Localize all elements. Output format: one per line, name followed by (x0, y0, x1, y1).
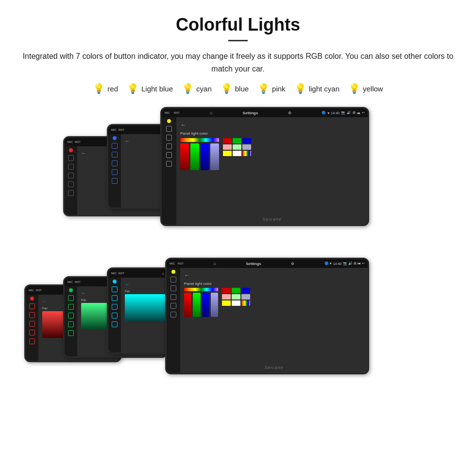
sidebar-bot-4 (167, 268, 180, 373)
sidebar-2 (108, 134, 121, 208)
yellow-bulb-icon: 💡 (348, 84, 360, 93)
watermark-bottom: Seicane (264, 365, 284, 370)
watermark-top: Seicane (262, 217, 282, 222)
device-group-bottom: MICRST ⌂ Settings (24, 258, 452, 384)
sidebar-bot-3 (108, 278, 121, 352)
page-wrapper: Colorful Lights Integrated with 7 colors… (0, 0, 476, 399)
color-label-light-blue: Light blue (141, 85, 173, 93)
cyan-bulb-icon: 💡 (182, 84, 194, 93)
status-bar-3: MICRST ⌂ Settings ⚙ 🔵 ♥ 14:40 📷 🔊 ⊠ ⏮ (162, 108, 368, 117)
devices-section: MICRST ⌂ Set (19, 107, 457, 384)
page-description: Integrated with 7 colors of button indic… (19, 50, 457, 75)
light-blue-bulb-icon: 💡 (127, 84, 139, 93)
sidebar-bot-1 (26, 295, 38, 361)
color-item-red: 💡 red (93, 84, 118, 93)
sidebar-bot-2 (65, 286, 77, 356)
title-divider (228, 40, 248, 41)
back-arrow-bot-1: ← (42, 299, 47, 304)
color-item-yellow: 💡 yellow (348, 84, 383, 93)
main-content-bot-4: ← Panel light color (180, 268, 368, 373)
color-item-pink: 💡 pink (257, 84, 286, 93)
device-group-top: MICRST ⌂ Set (63, 107, 413, 248)
back-arrow-bot-2: ← (81, 290, 86, 296)
pink-bulb-icon: 💡 (257, 84, 270, 93)
back-arrow-1: ← (81, 150, 86, 156)
color-label-blue: blue (235, 85, 249, 93)
color-item-cyan: 💡 cyan (182, 84, 212, 93)
back-arrow-bot-3: ← (125, 282, 130, 287)
color-label-light-cyan: light cyan (309, 85, 340, 93)
status-bar-bot-4: MICRST ⌂ Settings ⚙ 🔵 ♥ 14:40 📷 🔊 ⊠ ⏮ ↩ (167, 259, 368, 268)
page-title: Colorful Lights (19, 15, 457, 35)
time-label-3: 14:40 (331, 111, 340, 115)
red-bulb-icon: 💡 (93, 84, 105, 93)
light-cyan-bulb-icon: 💡 (294, 84, 306, 93)
blue-bulb-icon: 💡 (221, 84, 233, 93)
device-bot-4: MICRST ⌂ Settings ⚙ 🔵 ♥ 14:40 📷 🔊 ⊠ ⏮ ↩ (165, 258, 369, 374)
sidebar-3 (162, 117, 176, 225)
color-list: 💡 red 💡 Light blue 💡 cyan 💡 blue 💡 pink … (19, 84, 457, 93)
main-content-3: ← Panel light color (176, 117, 368, 225)
panel-label-3: Panel light color (180, 131, 364, 136)
color-label-red: red (107, 85, 118, 93)
device-top-3: MICRST ⌂ Settings ⚙ 🔵 ♥ 14:40 📷 🔊 ⊠ ⏮ (160, 107, 369, 226)
color-item-light-cyan: 💡 light cyan (294, 84, 340, 93)
color-label-pink: pink (272, 85, 286, 93)
time-label-bot-4: 14:40 (333, 262, 342, 265)
color-label-cyan: cyan (196, 85, 212, 93)
color-item-blue: 💡 blue (221, 84, 249, 93)
color-label-yellow: yellow (363, 85, 383, 93)
sidebar-1 (65, 146, 77, 215)
back-arrow-3: ← (180, 121, 187, 128)
back-arrow-2: ← (125, 138, 130, 143)
color-item-light-blue: 💡 Light blue (127, 84, 173, 93)
back-arrow-bot-4: ← (184, 272, 190, 279)
